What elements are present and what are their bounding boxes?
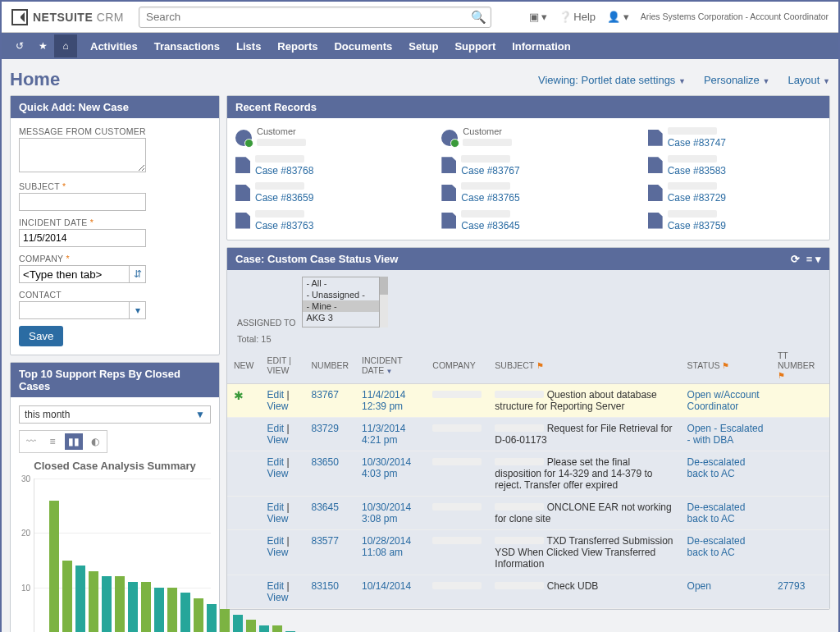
table-row: Edit | View8315010/14/2014 Check UDBOpen… <box>227 575 829 609</box>
nav-activities[interactable]: Activities <box>82 34 146 59</box>
company-dropdown-icon[interactable]: ⇵ <box>130 265 146 283</box>
chart-bar <box>154 588 164 632</box>
recent-record-link[interactable]: Case #83747 <box>668 137 726 149</box>
document-icon <box>648 185 663 201</box>
chart-type-pie[interactable]: ◐ <box>86 433 104 450</box>
col-editview[interactable]: EDIT | VIEW <box>261 347 305 384</box>
help-button[interactable]: ❔ Help <box>559 11 596 23</box>
topbar: NETSUITE CRM 🔍 ▣ ▾ ❔ Help 👤 ▾ Aries Syst… <box>2 2 838 33</box>
case-number-link[interactable]: 83729 <box>312 423 339 434</box>
custom-case-title: Case: Custom Case Status View <box>235 253 398 265</box>
view-link[interactable]: View <box>267 401 289 412</box>
recent-record[interactable]: Case #83765 <box>441 181 614 204</box>
nav-support[interactable]: Support <box>446 34 504 59</box>
case-number-link[interactable]: 83645 <box>312 501 339 513</box>
recent-record[interactable]: Customer <box>441 126 614 149</box>
chart-type-line[interactable]: 〰 <box>22 433 40 450</box>
edit-link[interactable]: Edit <box>267 423 285 434</box>
recent-record-link[interactable]: Case #83729 <box>668 192 726 204</box>
recent-record[interactable]: Case #83763 <box>235 209 409 232</box>
filter-option[interactable]: AKG 3 <box>303 312 379 323</box>
col-status[interactable]: STATUS ⚑ <box>681 347 771 384</box>
recent-record-link[interactable]: Case #83763 <box>255 220 313 231</box>
incident-date-input[interactable] <box>19 229 146 247</box>
recent-record-link[interactable]: Case #83583 <box>668 165 726 176</box>
recent-record-link[interactable] <box>257 137 306 149</box>
recent-record-link[interactable]: Case #83759 <box>668 220 726 231</box>
recent-record[interactable]: Customer <box>235 126 409 149</box>
recent-record[interactable]: Case #83747 <box>648 126 821 149</box>
col-incident-date[interactable]: INCIDENT DATE <box>355 347 426 384</box>
recent-record[interactable]: Case #83759 <box>648 209 821 232</box>
case-number-link[interactable]: 83150 <box>312 580 339 592</box>
chart-type-hbar[interactable]: ≡ <box>43 433 62 450</box>
filter-option[interactable]: - Unassigned - <box>303 289 379 300</box>
menu-icon[interactable]: ≡ ▾ <box>806 253 821 265</box>
company-cell <box>432 424 482 432</box>
nav-documents[interactable]: Documents <box>326 34 400 59</box>
recent-record-link[interactable]: Case #83767 <box>461 165 519 176</box>
recent-record[interactable]: Case #83767 <box>441 154 614 177</box>
favorites-icon[interactable]: ★ <box>31 34 54 57</box>
recent-record[interactable]: Case #83768 <box>235 154 409 177</box>
user-menu[interactable]: 👤 ▾ <box>607 11 629 23</box>
nav-setup[interactable]: Setup <box>400 34 446 59</box>
contact-dropdown-icon[interactable]: ▾ <box>130 301 146 319</box>
col-new[interactable]: NEW <box>227 347 261 384</box>
document-icon <box>235 157 250 173</box>
subject-input[interactable] <box>19 193 146 211</box>
message-textarea[interactable] <box>19 138 146 172</box>
col-ttnumber[interactable]: TT NUMBER ⚑ <box>771 347 829 384</box>
search-input[interactable] <box>139 7 491 28</box>
chart-type-bar[interactable]: ▮▮ <box>65 433 83 450</box>
recent-record[interactable]: Case #83583 <box>648 154 821 177</box>
home-icon[interactable]: ⌂ <box>54 34 77 57</box>
nav-lists[interactable]: Lists <box>228 34 269 59</box>
save-button[interactable]: Save <box>19 326 63 346</box>
customer-icon <box>235 130 252 146</box>
recent-record[interactable]: Case #83729 <box>648 181 821 204</box>
col-subject[interactable]: SUBJECT ⚑ <box>488 347 680 384</box>
feedback-icon[interactable]: ▣ ▾ <box>529 11 548 23</box>
col-number[interactable]: NUMBER <box>305 347 356 384</box>
recent-record[interactable]: Case #83645 <box>441 209 614 232</box>
assigned-to-list[interactable]: - All -- Unassigned -- Mine -AKG 3 <box>302 277 380 327</box>
nav-information[interactable]: Information <box>504 34 579 59</box>
refresh-icon[interactable]: ⟳ <box>791 253 800 265</box>
logo-icon <box>11 9 28 25</box>
filter-option[interactable]: - All - <box>303 277 379 289</box>
label-contact: CONTACT <box>19 290 211 300</box>
layout-button[interactable]: Layout ▼ <box>788 74 830 86</box>
filter-option[interactable]: - Mine - <box>303 300 379 312</box>
recent-record-link[interactable]: Case #83768 <box>255 165 313 176</box>
company-cell <box>432 458 482 465</box>
recent-record-link[interactable] <box>463 137 512 149</box>
recent-record-type: Customer <box>463 126 512 137</box>
nav-reports[interactable]: Reports <box>269 34 326 59</box>
period-select[interactable]: this month▼ <box>19 405 211 424</box>
flag-icon: ⚑ <box>722 361 729 370</box>
company-input[interactable] <box>19 265 130 283</box>
scrollbar[interactable] <box>380 277 388 327</box>
edit-link[interactable]: Edit <box>267 389 285 401</box>
portlet-top10-reps: Top 10 Support Reps By Closed Cases this… <box>10 362 220 632</box>
history-icon[interactable]: ↺ <box>8 34 31 57</box>
case-number-link[interactable]: 83767 <box>312 389 339 401</box>
case-number-link[interactable]: 83577 <box>312 535 339 547</box>
edit-link[interactable]: Edit <box>267 456 285 468</box>
recent-record-link[interactable]: Case #83645 <box>461 220 519 231</box>
case-number-link[interactable]: 83650 <box>312 456 339 468</box>
contact-input[interactable] <box>19 301 130 319</box>
personalize-button[interactable]: Personalize ▼ <box>704 74 769 86</box>
search-icon[interactable]: 🔍 <box>471 10 486 25</box>
recent-record[interactable]: Case #83659 <box>235 181 409 204</box>
nav-transactions[interactable]: Transactions <box>146 34 228 59</box>
recent-record-link[interactable]: Case #83765 <box>461 192 519 204</box>
recent-title: Recent Records <box>227 96 829 118</box>
navbar: ↺ ★ ⌂ Activities Transactions Lists Repo… <box>2 33 838 59</box>
portlet-quick-add: Quick Add: New Case MESSAGE FROM CUSTOME… <box>10 95 220 355</box>
col-company[interactable]: COMPANY <box>426 347 488 384</box>
recent-record-link[interactable]: Case #83659 <box>255 192 313 204</box>
viewing-settings[interactable]: Viewing: Portlet date settings ▼ <box>538 74 686 86</box>
view-link[interactable]: View <box>267 434 289 446</box>
